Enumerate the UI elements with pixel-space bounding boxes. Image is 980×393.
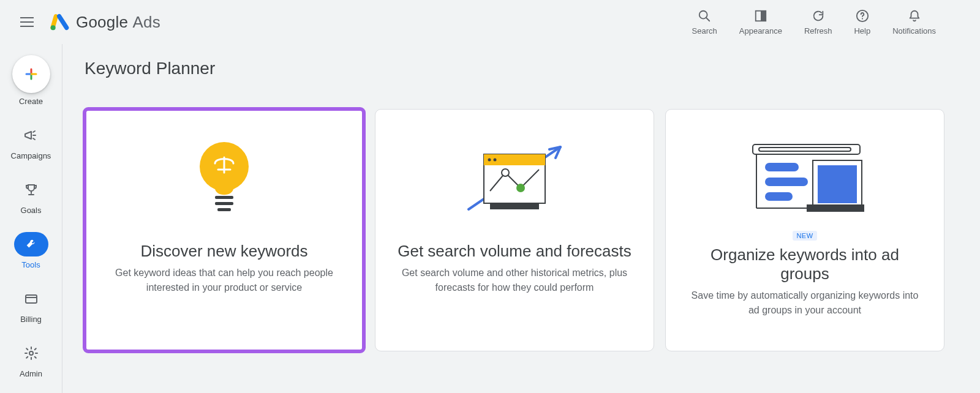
- search-volume-card[interactable]: Get search volume and forecasts Get sear…: [375, 109, 654, 351]
- svg-point-14: [488, 159, 491, 162]
- create-button[interactable]: Create: [12, 55, 50, 106]
- svg-rect-6: [26, 295, 37, 303]
- refresh-button[interactable]: Refresh: [804, 9, 832, 36]
- svg-point-15: [494, 159, 497, 162]
- billing-label: Billing: [20, 315, 42, 324]
- organize-illustration: [741, 133, 869, 225]
- lightbulb-illustration: [190, 133, 258, 225]
- svg-rect-23: [765, 192, 793, 201]
- help-button[interactable]: Help: [854, 9, 870, 36]
- svg-point-17: [516, 184, 525, 192]
- page-title: Keyword Planner: [85, 59, 958, 78]
- main-content: Keyword Planner Discover new keywords Ge…: [62, 44, 980, 393]
- goals-label: Goals: [21, 206, 42, 215]
- svg-rect-13: [484, 154, 545, 165]
- bell-icon: [908, 9, 921, 23]
- help-icon: [856, 9, 869, 23]
- svg-point-16: [502, 169, 509, 176]
- google-ads-logo-icon: [50, 12, 70, 32]
- header-actions: Search Appearance Refresh Help Notificat…: [692, 9, 936, 36]
- create-label: Create: [19, 97, 43, 106]
- notifications-label: Notifications: [892, 26, 936, 36]
- card-icon: [24, 291, 39, 306]
- svg-rect-3: [761, 10, 766, 21]
- svg-rect-20: [759, 148, 851, 151]
- discover-new-keywords-card[interactable]: Discover new keywords Get keyword ideas …: [85, 109, 364, 351]
- nav-billing[interactable]: Billing: [14, 286, 48, 324]
- refresh-icon: [812, 9, 825, 23]
- appearance-button[interactable]: Appearance: [739, 9, 782, 36]
- tools-icon: [24, 238, 38, 251]
- chart-arrow-illustration: [456, 133, 573, 225]
- search-icon: [698, 9, 711, 23]
- new-badge: NEW: [793, 231, 816, 241]
- svg-rect-9: [215, 196, 233, 199]
- appearance-icon: [754, 9, 767, 23]
- organize-keywords-card[interactable]: NEW Organize keywords into ad groups Sav…: [665, 109, 944, 351]
- organize-card-desc: Save time by automatically organizing ke…: [688, 288, 921, 318]
- discover-card-desc: Get keyword ideas that can help you reac…: [108, 266, 341, 295]
- brand-text: Google Ads: [76, 13, 160, 32]
- volume-card-title: Get search volume and forecasts: [398, 242, 631, 261]
- product-logo[interactable]: Google Ads: [50, 12, 160, 32]
- nav-goals[interactable]: Goals: [14, 178, 48, 215]
- svg-rect-18: [490, 203, 539, 209]
- svg-rect-21: [765, 163, 799, 171]
- trophy-icon: [24, 182, 39, 197]
- svg-rect-22: [765, 178, 808, 186]
- nav-campaigns[interactable]: Campaigns: [11, 123, 51, 160]
- notifications-button[interactable]: Notifications: [892, 9, 936, 36]
- search-label: Search: [692, 26, 717, 36]
- nav-tools[interactable]: Tools: [14, 232, 48, 269]
- admin-label: Admin: [20, 369, 42, 378]
- svg-rect-10: [215, 202, 233, 205]
- plus-icon: [24, 67, 39, 81]
- svg-point-5: [862, 18, 863, 19]
- hamburger-icon: [20, 17, 34, 27]
- app-header: Google Ads Search Appearance Refresh: [0, 0, 980, 44]
- svg-rect-11: [217, 208, 231, 211]
- svg-point-0: [51, 25, 56, 30]
- svg-rect-25: [818, 165, 857, 203]
- megaphone-icon: [23, 128, 38, 143]
- gear-icon: [24, 346, 39, 361]
- refresh-label: Refresh: [804, 26, 832, 36]
- discover-card-title: Discover new keywords: [140, 242, 307, 261]
- left-nav: Create Campaigns Goals: [0, 44, 62, 393]
- svg-rect-26: [807, 204, 864, 212]
- organize-card-title: Organize keywords into ad groups: [684, 245, 925, 283]
- volume-card-desc: Get search volume and other historical m…: [398, 266, 631, 295]
- nav-admin[interactable]: Admin: [14, 341, 48, 378]
- help-label: Help: [854, 26, 870, 36]
- appearance-label: Appearance: [739, 26, 782, 36]
- campaigns-label: Campaigns: [11, 151, 51, 160]
- svg-point-7: [29, 351, 33, 355]
- planner-cards: Discover new keywords Get keyword ideas …: [85, 109, 958, 351]
- tools-label: Tools: [21, 260, 40, 269]
- search-button[interactable]: Search: [692, 9, 717, 36]
- main-menu-button[interactable]: [12, 7, 42, 37]
